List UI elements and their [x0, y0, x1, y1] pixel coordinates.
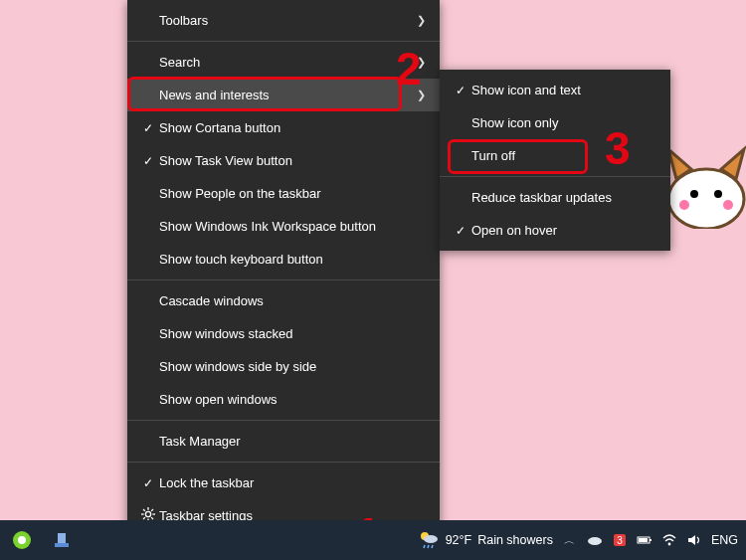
menu-item-lock-the-taskbar[interactable]: ✓Lock the taskbar — [127, 467, 440, 499]
menu-item-search[interactable]: Search❯ — [127, 46, 440, 79]
start-button[interactable] — [8, 526, 36, 554]
tray-app-icon[interactable]: 3 — [612, 532, 628, 548]
menu-item-show-cortana-button[interactable]: ✓Show Cortana button — [127, 111, 440, 144]
menu-item-show-windows-stacked[interactable]: Show windows stacked — [127, 317, 440, 350]
menu-item-show-people-on-the-taskbar[interactable]: Show People on the taskbar — [127, 177, 440, 210]
svg-line-13 — [143, 517, 145, 519]
svg-point-24 — [668, 543, 671, 546]
svg-line-12 — [151, 509, 153, 511]
check-icon: ✓ — [137, 121, 159, 135]
weather-widget[interactable]: 92°F Rain showers — [418, 528, 553, 553]
svg-line-10 — [143, 509, 145, 511]
taskbar-right: 92°F Rain showers ︿ 3 ENG — [418, 528, 746, 553]
pinned-app-icon[interactable] — [48, 526, 76, 554]
menu-item-toolbars[interactable]: Toolbars❯ — [127, 4, 440, 37]
svg-point-2 — [714, 190, 722, 198]
menu-item-show-touch-keyboard-button[interactable]: Show touch keyboard button — [127, 243, 440, 276]
weather-temp: 92°F — [446, 533, 472, 547]
svg-line-11 — [151, 517, 153, 519]
taskbar-left — [0, 526, 76, 554]
menu-item-label: Cascade windows — [159, 293, 426, 308]
menu-item-label: Show windows side by side — [159, 359, 426, 374]
menu-separator — [440, 176, 670, 177]
menu-item-label: Show open windows — [159, 392, 426, 407]
menu-separator — [127, 462, 440, 463]
svg-text:3: 3 — [617, 535, 623, 546]
menu-item-show-windows-side-by-side[interactable]: Show windows side by side — [127, 350, 440, 383]
menu-item-label: Show touch keyboard button — [159, 252, 426, 267]
menu-separator — [127, 420, 440, 421]
svg-point-18 — [588, 537, 602, 545]
weather-text: Rain showers — [477, 533, 553, 547]
annotation-box-2 — [127, 77, 402, 111]
menu-separator — [127, 280, 440, 280]
taskbar[interactable]: 92°F Rain showers ︿ 3 ENG — [0, 520, 746, 560]
svg-point-17 — [424, 535, 438, 543]
menu-item-label: Lock the taskbar — [159, 475, 426, 490]
tray-volume-icon[interactable] — [686, 532, 702, 548]
menu-item-show-icon-and-text[interactable]: ✓Show icon and text — [440, 74, 670, 106]
tray-language[interactable]: ENG — [711, 533, 738, 547]
tray-battery-icon[interactable] — [637, 532, 653, 548]
tray-wifi-icon[interactable] — [661, 532, 677, 548]
menu-item-label: Toolbars — [159, 13, 412, 28]
menu-separator — [127, 41, 440, 42]
svg-point-1 — [690, 190, 698, 198]
menu-item-task-manager[interactable]: Task Manager — [127, 425, 440, 458]
tray-chevron-icon[interactable]: ︿ — [562, 532, 578, 548]
weather-icon — [418, 528, 440, 553]
annotation-number-2: 2 — [396, 42, 422, 95]
menu-item-label: Show Task View button — [159, 153, 426, 168]
check-icon: ✓ — [137, 476, 159, 490]
menu-item-label: Show Windows Ink Workspace button — [159, 219, 426, 234]
check-icon: ✓ — [450, 224, 471, 238]
svg-point-5 — [145, 511, 150, 516]
check-icon: ✓ — [450, 84, 471, 97]
menu-item-label: Task Manager — [159, 434, 426, 449]
menu-item-label: Show windows stacked — [159, 326, 426, 341]
menu-item-show-windows-ink-workspace-button[interactable]: Show Windows Ink Workspace button — [127, 210, 440, 243]
chevron-right-icon: ❯ — [412, 14, 426, 27]
menu-item-show-open-windows[interactable]: Show open windows — [127, 383, 440, 416]
menu-item-label: Open on hover — [471, 223, 656, 238]
menu-item-cascade-windows[interactable]: Cascade windows — [127, 284, 440, 317]
menu-item-label: Show Cortana button — [159, 120, 426, 135]
annotation-box-3 — [448, 139, 588, 174]
menu-item-label: Search — [159, 55, 412, 70]
menu-item-show-icon-only[interactable]: Show icon only — [440, 106, 670, 139]
menu-item-label: Reduce taskbar updates — [471, 190, 656, 205]
menu-item-open-on-hover[interactable]: ✓Open on hover — [440, 214, 670, 247]
menu-item-label: Show People on the taskbar — [159, 186, 426, 201]
svg-point-3 — [679, 200, 689, 210]
menu-item-label: Show icon and text — [471, 83, 656, 97]
annotation-number-3: 3 — [605, 121, 631, 175]
menu-item-reduce-taskbar-updates[interactable]: Reduce taskbar updates — [440, 181, 670, 214]
menu-item-show-task-view-button[interactable]: ✓Show Task View button — [127, 144, 440, 177]
tray-onedrive-icon[interactable] — [587, 532, 603, 548]
svg-rect-23 — [639, 538, 648, 542]
svg-point-15 — [18, 536, 26, 544]
svg-rect-22 — [650, 539, 652, 541]
svg-point-4 — [723, 200, 733, 210]
check-icon: ✓ — [137, 154, 159, 168]
